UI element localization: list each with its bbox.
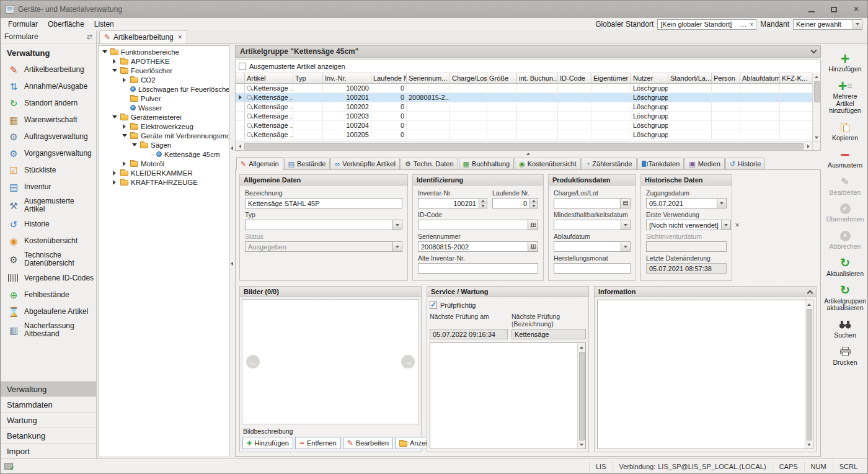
tree-item-feuerloescher[interactable]: Feuerlöscher (99, 66, 229, 75)
close-tab-icon[interactable] (178, 33, 182, 42)
minimize-button[interactable] (800, 1, 823, 18)
table-row[interactable]: Kettensäge ...1002000Löschgrupp... (236, 84, 812, 93)
tab-kostenuebersicht[interactable]: Kostenübersicht (515, 158, 581, 169)
tree-item-pulver[interactable]: Pulver (99, 94, 229, 103)
grid-header-artikel[interactable]: Artikel (245, 73, 293, 83)
toolbar-button-suchen[interactable]: Suchen (823, 318, 867, 339)
tab-tankdaten[interactable]: Tankdaten (637, 158, 684, 169)
chevron-down-icon[interactable] (621, 220, 630, 230)
grid-header-int-buchun[interactable]: int. Buchun... (517, 73, 558, 83)
bilder-bearbeiten-button[interactable]: Bearbeiten (343, 437, 393, 449)
sidebar-category-wartung[interactable]: Wartung (1, 412, 96, 427)
maximize-button[interactable] (823, 1, 845, 18)
grid-header-inv-nr[interactable]: Inv.-Nr. (323, 73, 371, 83)
toolbar-button-hinzufuegen[interactable]: Hinzufügen (823, 51, 867, 73)
tab-buchhaltung[interactable]: Buchhaltung (459, 158, 515, 169)
scroll-up-button[interactable] (805, 300, 813, 308)
grid-header-charge-los[interactable]: Charge/Los... (450, 73, 487, 83)
tab-bestaende[interactable]: Bestände (284, 158, 330, 169)
global-location-input[interactable]: [Kein globaler Standort] (657, 19, 756, 30)
grid-header-typ[interactable]: Typ (293, 73, 323, 83)
chevron-down-icon[interactable] (852, 20, 862, 29)
grid-header-nutzer[interactable]: Nutzer (631, 73, 668, 83)
erste-verwendung-select[interactable]: [Noch nicht verwendet] (646, 220, 731, 230)
sidebar-item-vergebene-id-codes[interactable]: Vergebene ID-Codes (1, 270, 96, 287)
clear-location-button[interactable] (747, 20, 756, 29)
bezeichnung-field[interactable]: Kettensäge STAHL 45P (245, 198, 402, 208)
mhd-select[interactable] (554, 220, 631, 230)
scroll-down-button[interactable] (578, 440, 586, 449)
chevron-up-icon[interactable] (807, 290, 813, 296)
scroll-up-button[interactable] (578, 343, 586, 351)
tab-allgemein[interactable]: Allgemein (236, 157, 283, 170)
toolbar-button-mehrere-artikel-hinzufuegen[interactable]: Mehrere Artikel hinzufügen (823, 79, 867, 115)
sidebar-item-artikelbearbeitung[interactable]: Artikelbearbeitung (1, 61, 96, 78)
menu-listen[interactable]: Listen (89, 19, 119, 30)
grid-header-standort-la[interactable]: Standort/La... (668, 73, 712, 83)
sidebar-item-inventur[interactable]: Inventur (1, 179, 96, 195)
sidebar-category-betankung[interactable]: Betankung (1, 427, 96, 443)
spin-up-icon[interactable] (479, 199, 487, 203)
sidebar-item-kostenuebersicht[interactable]: Kostenübersicht (1, 233, 96, 249)
sidebar-item-auftragsverwaltung[interactable]: Auftragsverwaltung (1, 128, 96, 145)
id-code-field[interactable] (418, 220, 538, 230)
collapse-left-icon[interactable] (231, 146, 233, 150)
grid-header-id-code[interactable]: ID-Code (558, 73, 591, 83)
toolbar-button-drucken[interactable]: Drucken (823, 345, 867, 367)
sidebar-item-nacherfassung-altbestand[interactable]: Nacherfassung Altbestand (1, 320, 96, 341)
sidebar-item-abgelaufene-artikel[interactable]: Abgelaufene Artikel (1, 303, 96, 320)
table-row[interactable]: Kettensäge ...1002040Löschgrupp... (236, 121, 812, 130)
sidebar-item-ausgemusterte-artikel[interactable]: Ausgemusterte Artikel (1, 195, 96, 216)
sidebar-item-stueckliste[interactable]: Stückliste (1, 162, 96, 179)
menu-oberflaeche[interactable]: Oberfläche (43, 19, 89, 30)
inventar-nr-stepper[interactable]: 100201 (418, 198, 487, 208)
sidebar-item-vorgangsverwaltung[interactable]: Vorgangsverwaltung (1, 145, 96, 162)
tree-splitter[interactable] (229, 44, 234, 458)
tree-item-kraftfahrzeuge[interactable]: KRAFTFAHRZEUGE (99, 177, 229, 187)
tree-item-loeschwagen-fuer-feuerloescher[interactable]: Löschwagen für Feuerlöscher (99, 84, 229, 94)
close-button[interactable] (845, 1, 867, 18)
article-group-header[interactable]: Artikelgruppe "Kettensäge 45cm" (235, 45, 821, 58)
typ-select[interactable] (245, 220, 402, 230)
expander-icon[interactable] (111, 171, 118, 176)
scrollbar-thumb[interactable] (579, 352, 585, 440)
sidebar-item-technische-datenuebersicht[interactable]: Technische Datenübersicht (1, 249, 96, 270)
expander-icon[interactable] (121, 78, 128, 83)
grid-vertical-scrollbar[interactable] (812, 73, 820, 141)
tab-historie[interactable]: Historie (725, 158, 766, 169)
grid-header-kfz-k[interactable]: KFZ-K... (780, 73, 814, 83)
expander-icon[interactable] (111, 180, 118, 185)
bilder-entfernen-button[interactable]: Entfernen (295, 437, 341, 449)
grid-header-person[interactable]: Person (712, 73, 740, 83)
tree-item-funktionsbereiche[interactable]: Funktionsbereiche (99, 47, 229, 56)
seriennummer-picker-button[interactable] (528, 242, 538, 251)
tab-zaehlerstaende[interactable]: Zählerstände (582, 158, 637, 169)
pruefpflichtig-checkbox[interactable] (430, 302, 437, 309)
scrollbar-thumb[interactable] (807, 309, 812, 440)
expander-icon[interactable] (121, 124, 128, 129)
spin-up-icon[interactable] (530, 199, 538, 203)
expander-icon[interactable] (111, 59, 118, 64)
tab-verknuepfte-artikel[interactable]: Verknüpfte Artikel (330, 158, 399, 169)
sidebar-category-import[interactable]: Import (1, 443, 96, 458)
toolbar-button-ausmustern[interactable]: Ausmustern (823, 148, 867, 169)
tab-artikelbearbeitung[interactable]: Artikelbearbeitung (99, 30, 187, 43)
charge-field[interactable] (554, 198, 631, 208)
charge-picker-button[interactable] (620, 199, 630, 208)
tree-item-kettensaege-45cm[interactable]: Kettensäge 45cm (99, 150, 229, 159)
sidebar-item-fehlbestaende[interactable]: Fehlbestände (1, 287, 96, 303)
scroll-right-button[interactable] (804, 142, 812, 150)
sidebar-item-warenwirtschaft[interactable]: Warenwirtschaft (1, 112, 96, 128)
toolbar-button-artikelgruppen-aktualisieren[interactable]: Artikelgruppen aktualisieren (823, 284, 867, 313)
menu-formular[interactable]: Formular (3, 19, 43, 30)
notes-scrollbar[interactable] (805, 300, 813, 449)
sidebar-item-standort-aendern[interactable]: Standort ändern (1, 95, 96, 112)
tree-item-geraete-mit-verbrennungsmotor[interactable]: Geräte mit Verbrennungsmotor (99, 131, 229, 140)
pin-icon[interactable] (87, 34, 92, 40)
spin-down-icon[interactable] (530, 203, 538, 208)
herstellungsmonat-field[interactable] (554, 263, 631, 274)
scroll-down-button[interactable] (805, 440, 813, 449)
sidebar-category-stammdaten[interactable]: Stammdaten (1, 396, 96, 412)
previous-image-button[interactable] (246, 355, 260, 369)
alte-inventar-nr-field[interactable] (418, 263, 538, 274)
